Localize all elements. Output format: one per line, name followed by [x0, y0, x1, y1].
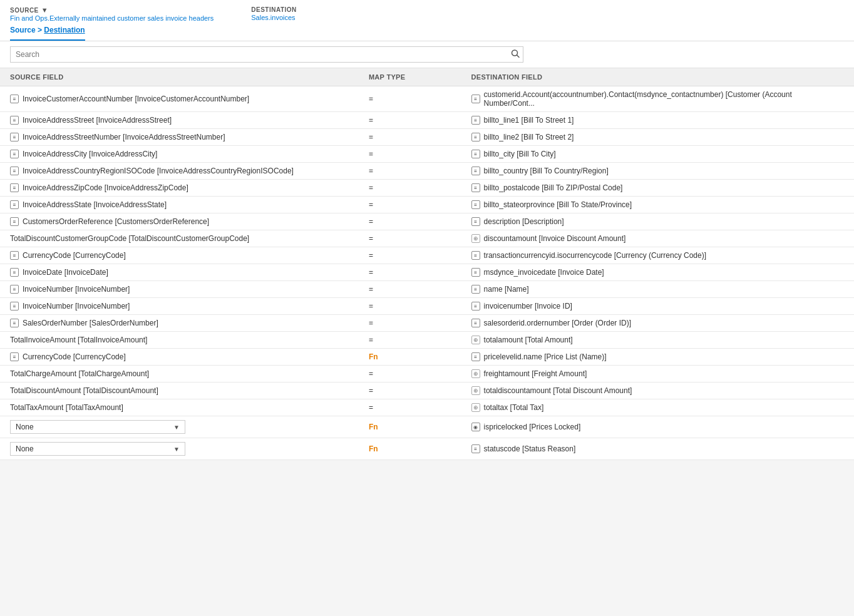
map-type-cell: =	[359, 180, 461, 197]
source-field-text: InvoiceAddressZipCode [InvoiceAddressZip…	[23, 183, 188, 192]
destination-field-cell: ⊕ totaldiscountamount [Total Discount Am…	[471, 386, 844, 395]
destination-field-text: totaldiscountamount [Total Discount Amou…	[484, 386, 632, 395]
destination-cell: ⊕ totaldiscountamount [Total Discount Am…	[461, 382, 854, 399]
source-dropdown[interactable]: None ▼	[10, 420, 185, 434]
map-type-value: =	[369, 302, 373, 311]
mapping-table-container: SOURCE FIELD MAP TYPE DESTINATION FIELD …	[0, 68, 854, 460]
destination-cell: ≡ msdynce_invoicedate [Invoice Date]	[461, 264, 854, 281]
table-row: ≡ InvoiceAddressCity [InvoiceAddressCity…	[0, 146, 854, 163]
destination-value: Sales.invoices	[251, 14, 297, 21]
source-field-cell: ≡ InvoiceAddressCountryRegionISOCode [In…	[10, 167, 349, 175]
table-row: ≡ CustomersOrderReference [CustomersOrde…	[0, 213, 854, 230]
field-type-icon: ≡	[471, 200, 480, 209]
destination-field-cell: ≡ billto_stateorprovince [Bill To State/…	[471, 200, 844, 209]
destination-field-cell: ◉ ispricelocked [Prices Locked]	[471, 423, 844, 431]
destination-field-cell: ≡ description [Description]	[471, 217, 844, 226]
source-field-cell: ≡ InvoiceNumber [InvoiceNumber]	[10, 302, 349, 311]
source-field-text: InvoiceAddressCity [InvoiceAddressCity]	[23, 150, 157, 158]
source-cell: ≡ InvoiceAddressState [InvoiceAddressSta…	[0, 197, 359, 213]
destination-cell: ⊕ discountamount [Invoice Discount Amoun…	[461, 230, 854, 247]
page-header: SOURCE ▼ Fin and Ops.Externally maintain…	[0, 0, 854, 41]
source-field-text: InvoiceNumber [InvoiceNumber]	[23, 285, 130, 294]
map-type-cell: =	[359, 366, 461, 382]
search-button[interactable]	[511, 49, 520, 60]
search-input[interactable]	[10, 46, 523, 63]
destination-field-text: ispricelocked [Prices Locked]	[484, 423, 581, 431]
map-type-value: =	[369, 234, 373, 243]
breadcrumb-current: Destination	[44, 26, 85, 34]
table-row: TotalChargeAmount [TotalChargeAmount] = …	[0, 366, 854, 382]
source-field-cell: ≡ CurrencyCode [CurrencyCode]	[10, 352, 349, 361]
map-type-value: =	[369, 150, 373, 158]
map-type-cell: =	[359, 86, 461, 112]
source-cell: TotalDiscountAmount [TotalDiscountAmount…	[0, 382, 359, 399]
chevron-down-icon: ▼	[173, 446, 180, 453]
mapping-table: SOURCE FIELD MAP TYPE DESTINATION FIELD …	[0, 68, 854, 460]
table-row: TotalInvoiceAmount [TotalInvoiceAmount] …	[0, 332, 854, 349]
breadcrumb[interactable]: Source > Destination	[10, 26, 85, 41]
source-dropdown-value: None	[16, 444, 34, 453]
table-row: ≡ InvoiceAddressStreetNumber [InvoiceAdd…	[0, 129, 854, 146]
destination-field-cell: ≡ customerid.Account(accountnumber).Cont…	[471, 90, 844, 108]
source-field-text: CurrencyCode [CurrencyCode]	[23, 251, 126, 260]
search-icon	[511, 49, 520, 58]
table-row: ≡ SalesOrderNumber [SalesOrderNumber] = …	[0, 315, 854, 332]
table-row: None ▼ Fn ◉ ispricelocked [Prices Locked…	[0, 416, 854, 438]
field-type-icon: ≡	[10, 95, 19, 103]
table-row: ≡ InvoiceAddressState [InvoiceAddressSta…	[0, 197, 854, 213]
source-cell: ≡ InvoiceAddressStreetNumber [InvoiceAdd…	[0, 129, 359, 146]
destination-field-text: name [Name]	[484, 285, 529, 294]
destination-field-text: discountamount [Invoice Discount Amount]	[484, 234, 626, 243]
map-type-cell: =	[359, 213, 461, 230]
field-type-icon: ≡	[10, 183, 19, 192]
map-type-value: =	[369, 386, 373, 395]
calc-type-icon: ⊕	[471, 369, 480, 378]
source-cell: ≡ SalesOrderNumber [SalesOrderNumber]	[0, 315, 359, 332]
table-row: ≡ InvoiceCustomerAccountNumber [InvoiceC…	[0, 86, 854, 112]
destination-field-text: salesorderid.ordernumber [Order (Order I…	[484, 319, 631, 327]
destination-field-cell: ≡ invoicenumber [Invoice ID]	[471, 302, 844, 311]
calc-type-icon: ⊕	[471, 336, 480, 344]
destination-cell: ≡ billto_country [Bill To Country/Region…	[461, 163, 854, 180]
source-field-cell: TotalChargeAmount [TotalChargeAmount]	[10, 369, 349, 378]
map-type-cell: Fn	[359, 438, 461, 460]
chevron-down-icon: ▼	[173, 424, 180, 431]
source-field-text: CurrencyCode [CurrencyCode]	[23, 352, 126, 361]
source-field-cell: TotalDiscountCustomerGroupCode [TotalDis…	[10, 234, 349, 243]
destination-cell: ≡ salesorderid.ordernumber [Order (Order…	[461, 315, 854, 332]
field-type-icon: ≡	[471, 319, 480, 327]
destination-cell: ≡ billto_line1 [Bill To Street 1]	[461, 112, 854, 129]
map-type-value: =	[369, 133, 373, 141]
source-field-text: InvoiceAddressCountryRegionISOCode [Invo…	[23, 167, 294, 175]
destination-field-text: billto_stateorprovince [Bill To State/Pr…	[484, 200, 632, 209]
map-type-value: =	[369, 200, 373, 209]
map-type-value: =	[369, 336, 373, 344]
map-type-cell: =	[359, 382, 461, 399]
field-type-icon: ≡	[10, 167, 19, 175]
map-type-value: =	[369, 95, 373, 103]
field-type-icon: ≡	[471, 268, 480, 277]
source-field-text: InvoiceAddressStreetNumber [InvoiceAddre…	[23, 133, 225, 141]
field-type-icon: ≡	[471, 285, 480, 294]
col-destination-field: DESTINATION FIELD	[461, 68, 854, 86]
filter-icon[interactable]: ▼	[41, 6, 48, 14]
source-cell: TotalDiscountCustomerGroupCode [TotalDis…	[0, 230, 359, 247]
source-field-cell: ≡ InvoiceDate [InvoiceDate]	[10, 268, 349, 277]
source-field-cell: ≡ InvoiceAddressState [InvoiceAddressSta…	[10, 200, 349, 209]
search-bar-container	[0, 41, 854, 68]
field-type-icon: ≡	[471, 217, 480, 226]
source-cell: TotalChargeAmount [TotalChargeAmount]	[0, 366, 359, 382]
destination-field-text: billto_country [Bill To Country/Region]	[484, 167, 609, 175]
destination-cell: ≡ billto_city [Bill To City]	[461, 146, 854, 163]
source-dropdown[interactable]: None ▼	[10, 442, 185, 456]
destination-cell: ⊕ freightamount [Freight Amount]	[461, 366, 854, 382]
map-type-value: =	[369, 167, 373, 175]
source-field-cell: ≡ InvoiceAddressStreet [InvoiceAddressSt…	[10, 116, 349, 125]
destination-field-text: transactioncurrencyid.isocurrencycode [C…	[484, 251, 706, 260]
destination-field-text: msdynce_invoicedate [Invoice Date]	[484, 268, 604, 277]
destination-field-cell: ⊕ discountamount [Invoice Discount Amoun…	[471, 234, 844, 243]
destination-field-text: totaltax [Total Tax]	[484, 403, 544, 412]
source-field-cell: ≡ InvoiceAddressStreetNumber [InvoiceAdd…	[10, 133, 349, 141]
destination-cell: ⊕ totaltax [Total Tax]	[461, 399, 854, 416]
field-type-icon: ≡	[10, 133, 19, 141]
